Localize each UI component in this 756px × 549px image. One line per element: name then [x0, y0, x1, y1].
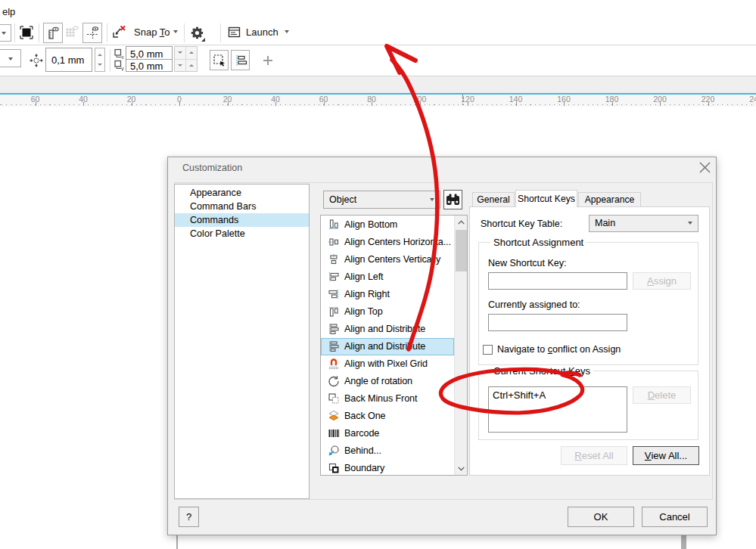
- shortcut-table-combo[interactable]: Main: [589, 215, 698, 232]
- tab-shortcut-keys[interactable]: Shortcut Keys: [515, 190, 577, 207]
- command-item[interactable]: Angle of rotation: [321, 373, 454, 390]
- reset-all-button[interactable]: Reset All: [561, 446, 627, 465]
- ruler-tick: [83, 102, 84, 106]
- command-item-label: Align and Distribute: [344, 321, 425, 338]
- zoom-combo-fragment[interactable]: [0, 24, 11, 42]
- duplicate-x-value: 5,0 mm: [130, 48, 163, 60]
- show-grid-icon-disabled[interactable]: [64, 25, 79, 40]
- chevron-down-icon[interactable]: [285, 30, 289, 33]
- back-minus-front-icon: [328, 392, 340, 405]
- command-item[interactable]: Align Centers Vertically: [321, 251, 454, 268]
- svg-text:x: x: [121, 54, 124, 60]
- cancel-button[interactable]: Cancel: [642, 507, 708, 527]
- launch-label[interactable]: Launch: [246, 26, 278, 38]
- preview-mode-icon[interactable]: [19, 25, 34, 40]
- nudge-spinner[interactable]: [95, 48, 105, 72]
- align-left-icon: [328, 271, 340, 283]
- bounding-box-icon: [213, 54, 226, 67]
- command-filter-value: Object: [329, 194, 356, 205]
- close-icon[interactable]: [698, 160, 711, 174]
- command-item[interactable]: Align with Pixel Grid: [321, 355, 454, 373]
- command-item-label: Angle of rotation: [344, 373, 412, 390]
- show-guidelines-button[interactable]: [82, 23, 102, 43]
- shortcut-key-table-label: Shortcut Key Table:: [481, 219, 562, 229]
- tab-appearance[interactable]: Appearance: [578, 192, 641, 207]
- command-item[interactable]: Behind...: [321, 442, 454, 460]
- scroll-up-icon[interactable]: [455, 216, 467, 228]
- new-shortcut-key-input[interactable]: [488, 272, 627, 290]
- shortcut-key-item[interactable]: Ctrl+Shift+A: [489, 387, 627, 401]
- align-right-icon: [328, 288, 340, 300]
- command-item[interactable]: Back One: [321, 408, 454, 425]
- ruler-tick: [516, 102, 517, 106]
- command-filter-combo[interactable]: Object: [323, 191, 440, 209]
- assign-button[interactable]: Assign: [633, 272, 691, 290]
- binoculars-icon: [446, 194, 460, 206]
- launch-icon[interactable]: [228, 26, 241, 39]
- spin-down-icon[interactable]: [178, 51, 182, 54]
- nudge-offset-field[interactable]: 0,1 mm: [45, 48, 92, 72]
- command-item[interactable]: Align Right: [321, 286, 454, 303]
- align-options-button[interactable]: [231, 50, 250, 70]
- spin-up-icon[interactable]: [189, 51, 194, 54]
- snap-to-label[interactable]: Snap To: [134, 26, 170, 38]
- page-edge-shadow-right: [681, 535, 686, 549]
- duplicate-spinners[interactable]: [174, 46, 198, 72]
- command-item-label: Align Left: [344, 268, 384, 286]
- category-tree: AppearanceCommand BarsCommandsColor Pale…: [174, 184, 310, 499]
- menu-item-help-partial[interactable]: elp: [2, 6, 15, 17]
- options-gear-icon[interactable]: [188, 24, 206, 42]
- navigate-conflict-label[interactable]: Navigate to conflict on Assign: [497, 344, 621, 355]
- command-item-label: Boundary: [344, 460, 384, 476]
- scroll-down-icon[interactable]: [455, 463, 467, 474]
- snap-off-icon[interactable]: [111, 25, 127, 40]
- command-item[interactable]: Align Top: [321, 303, 454, 321]
- category-item-color-palette[interactable]: Color Palette: [175, 227, 309, 240]
- angle-rotation-icon: [328, 375, 340, 387]
- search-button[interactable]: [443, 190, 462, 209]
- view-all-button[interactable]: View All...: [633, 446, 699, 465]
- command-item[interactable]: Align and Distribute: [321, 338, 454, 355]
- ruler-band: [0, 76, 756, 95]
- nudge-offset-icon: [30, 54, 43, 67]
- delete-button[interactable]: Delete: [633, 386, 691, 404]
- help-button[interactable]: ?: [179, 507, 199, 527]
- category-item-appearance[interactable]: Appearance: [175, 186, 309, 200]
- chevron-down-icon[interactable]: [173, 30, 178, 33]
- show-rulers-button[interactable]: [43, 23, 63, 43]
- duplicate-y-icon: y: [114, 60, 125, 71]
- duplicate-y-value: 5,0 mm: [130, 60, 163, 72]
- ruler-tick: [228, 102, 229, 106]
- spin-down-icon[interactable]: [98, 64, 102, 66]
- ok-button[interactable]: OK: [568, 507, 634, 527]
- category-item-commands[interactable]: Commands: [175, 213, 309, 227]
- command-list: Align BottomAlign Centers Horizonta...Al…: [320, 215, 468, 476]
- command-item[interactable]: Align and Distribute: [321, 321, 454, 338]
- command-item[interactable]: Align Bottom: [321, 216, 454, 234]
- currently-assigned-input[interactable]: [488, 314, 627, 331]
- add-plus-icon[interactable]: [262, 54, 274, 67]
- chevron-down-icon: [430, 198, 434, 201]
- tab-general[interactable]: General: [472, 192, 515, 207]
- command-list-scrollbar[interactable]: [454, 216, 467, 475]
- menu-bar: elp: [0, 0, 756, 20]
- duplicate-distance-fields[interactable]: 5,0 mm 5,0 mm: [126, 46, 173, 72]
- command-item[interactable]: Align Left: [321, 268, 454, 286]
- duplicate-x-icon: x: [114, 48, 125, 60]
- command-item-label: Align with Pixel Grid: [344, 355, 428, 373]
- category-item-command-bars[interactable]: Command Bars: [175, 200, 309, 213]
- command-item[interactable]: Barcode: [321, 425, 454, 442]
- navigate-conflict-checkbox[interactable]: [483, 345, 493, 355]
- spin-up-icon[interactable]: [189, 64, 194, 67]
- command-item[interactable]: Back Minus Front: [321, 390, 454, 408]
- treat-as-filled-button[interactable]: [210, 50, 229, 70]
- spin-down-icon[interactable]: [178, 64, 182, 67]
- command-item[interactable]: Align Centers Horizonta...: [321, 234, 454, 251]
- currently-assigned-label: Currently assigned to:: [488, 299, 580, 310]
- current-keys-list[interactable]: Ctrl+Shift+A: [488, 386, 627, 433]
- command-item[interactable]: Boundary: [321, 460, 454, 476]
- scrollbar-thumb[interactable]: [456, 230, 467, 271]
- spin-up-icon[interactable]: [98, 54, 102, 56]
- units-combo-fragment[interactable]: [0, 49, 21, 67]
- horizontal-ruler[interactable]: 604020020406080100120140160180200220240: [0, 95, 756, 107]
